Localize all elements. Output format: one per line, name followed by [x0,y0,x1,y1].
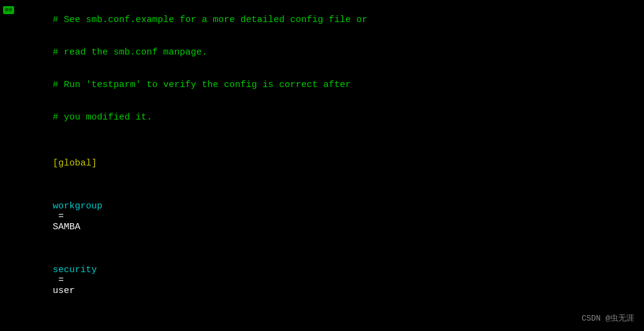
eq-workgroup: = [53,211,69,222]
key-security: security [53,265,97,275]
val-workgroup: SAMBA [53,222,80,232]
line-workgroup: workgroup = SAMBA [0,180,644,243]
line-content-workgroup: workgroup = SAMBA [17,180,644,243]
line-empty-2 [0,307,644,321]
watermark: CSDN @虫无涯 [581,313,634,324]
line-2: # read the smb.conf manpage. [0,36,644,69]
indent-security [53,254,97,265]
comment-text-2: # read the smb.conf manpage. [53,47,207,58]
line-empty-1 [0,134,644,147]
eq-security: = [53,275,69,286]
line-content-security: security = user [17,244,644,306]
comment-text-1: # See smb.conf.example for a more detail… [53,15,367,25]
line-security: security = user [0,243,644,307]
line-4: # you modified it. [0,101,644,134]
line-3: # Run 'testparm' to verify the config is… [0,69,644,101]
comment-text-4: # you modified it. [53,112,152,123]
line-content-2: # read the smb.conf manpage. [17,37,644,68]
gutter-1: ≡≡ [0,6,17,14]
indent-workgroup [53,191,97,201]
line-content-4: # you modified it. [17,102,644,133]
section-global: [global] [53,158,97,169]
key-workgroup: workgroup [53,201,102,211]
line-content-passdb: passdb backend = tdbsam [17,321,644,331]
line-content-global: [global] [17,148,644,179]
comment-text-3: # Run 'testparm' to verify the config is… [53,80,351,90]
line-content-3: # Run 'testparm' to verify the config is… [17,69,644,101]
val-security: user [53,286,75,296]
line-1: ≡≡ # See smb.conf.example for a more det… [0,4,644,36]
line-global: [global] [0,147,644,180]
code-editor: ≡≡ # See smb.conf.example for a more det… [0,0,644,331]
line-content-1: # See smb.conf.example for a more detail… [17,4,644,36]
line-passdb: passdb backend = tdbsam [0,321,644,331]
bracket-icon: ≡≡ [3,6,14,14]
